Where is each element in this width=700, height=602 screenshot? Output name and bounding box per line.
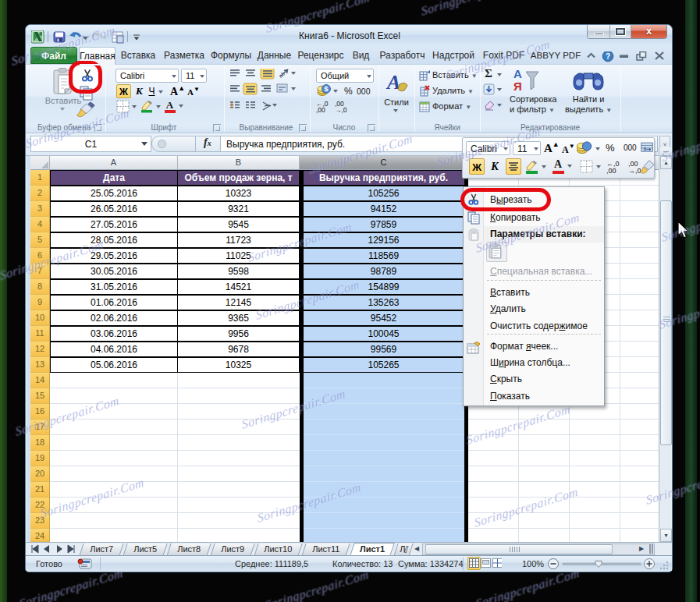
svg-text:$: $ xyxy=(324,85,328,93)
svg-text:,00: ,00 xyxy=(316,106,325,114)
svg-text:→,0: →,0 xyxy=(335,106,347,114)
svg-text:Я: Я xyxy=(513,80,522,93)
svg-text:a: a xyxy=(643,146,646,151)
svg-text:%: % xyxy=(344,86,353,97)
svg-text:А: А xyxy=(513,67,522,80)
svg-text:A: A xyxy=(386,71,400,94)
svg-text:?: ? xyxy=(606,52,610,61)
svg-text:000: 000 xyxy=(357,87,371,96)
svg-text:,00: ,00 xyxy=(606,167,616,175)
